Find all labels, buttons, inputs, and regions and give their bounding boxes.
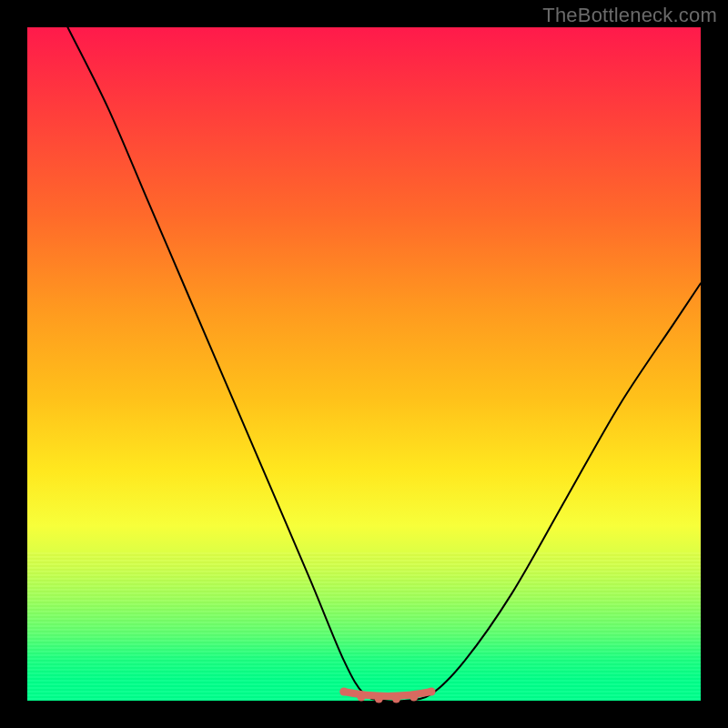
trough-dot xyxy=(339,688,348,696)
trough-dot xyxy=(410,693,418,702)
trough-dot xyxy=(375,695,383,703)
plot-area xyxy=(27,27,701,701)
trough-dot xyxy=(358,693,366,702)
curve-svg xyxy=(27,27,701,701)
chart-stage: TheBottleneck.com xyxy=(0,0,728,728)
watermark-text: TheBottleneck.com xyxy=(542,4,717,27)
bottleneck-curve-line xyxy=(67,27,701,702)
trough-dot xyxy=(428,688,436,696)
trough-highlight-line xyxy=(344,692,431,696)
trough-dot xyxy=(392,695,400,703)
